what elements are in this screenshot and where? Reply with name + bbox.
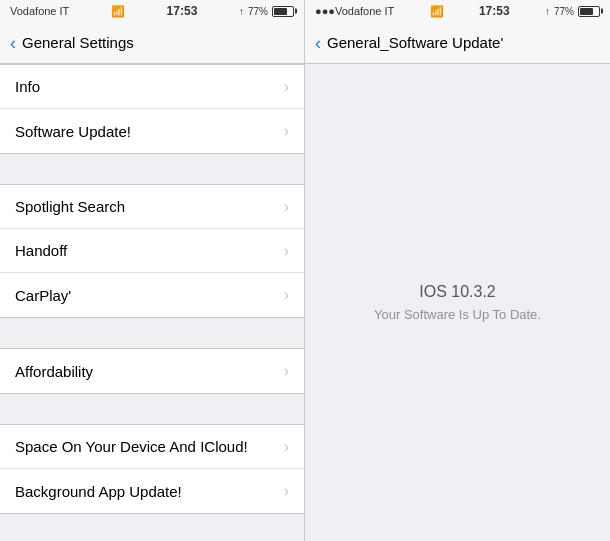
left-chevron-icon: ‹ <box>10 34 16 52</box>
settings-item-software-update[interactable]: Software Update! › <box>0 109 304 153</box>
info-right: › <box>284 78 289 96</box>
left-back-button[interactable]: ‹ General Settings <box>10 34 134 52</box>
settings-item-spotlight[interactable]: Spotlight Search › <box>0 185 304 229</box>
settings-item-affordability[interactable]: Affordability › <box>0 349 304 393</box>
left-status-bar: Vodafone IT 📶 17:53 ↑ 77% <box>0 0 304 22</box>
right-carrier: ●●●Vodafone IT <box>315 5 394 17</box>
settings-item-carplay[interactable]: CarPlay' › <box>0 273 304 317</box>
right-nav-title: General_Software Update' <box>327 34 503 51</box>
right-indicators: ↑ 77% <box>545 6 600 17</box>
right-phone-panel: ●●●Vodafone IT 📶 17:53 ↑ 77% ‹ General_S… <box>305 0 610 541</box>
gap-1 <box>0 154 304 184</box>
carplay-chevron: › <box>284 286 289 304</box>
right-arrow-icon: ↑ <box>545 6 550 17</box>
update-version: IOS 10.3.2 <box>419 283 496 301</box>
space-label: Space On Your Device And ICloud! <box>15 438 248 455</box>
carplay-label: CarPlay' <box>15 287 71 304</box>
left-nav-title: General Settings <box>22 34 134 51</box>
gap-3 <box>0 394 304 424</box>
carplay-right: › <box>284 286 289 304</box>
right-time: 17:53 <box>479 4 510 18</box>
affordability-right: › <box>284 362 289 380</box>
settings-item-handoff[interactable]: Handoff › <box>0 229 304 273</box>
right-back-button[interactable]: ‹ General_Software Update' <box>315 34 503 52</box>
right-chevron-icon: ‹ <box>315 34 321 52</box>
right-battery-icon <box>578 6 600 17</box>
settings-item-space[interactable]: Space On Your Device And ICloud! › <box>0 425 304 469</box>
settings-group-3: Affordability › <box>0 348 304 394</box>
right-nav-bar: ‹ General_Software Update' <box>305 22 610 64</box>
settings-group-4: Space On Your Device And ICloud! › Backg… <box>0 424 304 514</box>
spotlight-label: Spotlight Search <box>15 198 125 215</box>
left-indicators: ↑ 77% <box>239 6 294 17</box>
settings-group-2: Spotlight Search › Handoff › CarPlay' › <box>0 184 304 318</box>
left-nav-bar: ‹ General Settings <box>0 22 304 64</box>
left-carrier: Vodafone IT <box>10 5 69 17</box>
left-phone-panel: Vodafone IT 📶 17:53 ↑ 77% ‹ General Sett… <box>0 0 305 541</box>
spotlight-chevron: › <box>284 198 289 216</box>
affordability-chevron: › <box>284 362 289 380</box>
settings-item-background-app[interactable]: Background App Update! › <box>0 469 304 513</box>
space-right: › <box>284 438 289 456</box>
handoff-label: Handoff <box>15 242 67 259</box>
software-update-chevron: › <box>284 122 289 140</box>
spotlight-right: › <box>284 198 289 216</box>
software-update-right: › <box>284 122 289 140</box>
left-arrow-icon: ↑ <box>239 6 244 17</box>
handoff-right: › <box>284 242 289 260</box>
left-wifi-icon: 📶 <box>111 5 125 18</box>
left-battery-percent: 77% <box>248 6 268 17</box>
info-chevron: › <box>284 78 289 96</box>
background-app-chevron: › <box>284 482 289 500</box>
background-app-label: Background App Update! <box>15 483 182 500</box>
left-time: 17:53 <box>167 4 198 18</box>
right-battery-percent: 77% <box>554 6 574 17</box>
gap-4 <box>0 514 304 541</box>
left-settings-content: Info › Software Update! › Spotlight Sear… <box>0 64 304 541</box>
left-battery-fill <box>274 8 288 15</box>
software-update-label: Software Update! <box>15 123 131 140</box>
right-wifi-icon: 📶 <box>430 5 444 18</box>
info-label: Info <box>15 78 40 95</box>
right-status-bar: ●●●Vodafone IT 📶 17:53 ↑ 77% <box>305 0 610 22</box>
background-app-right: › <box>284 482 289 500</box>
settings-group-1: Info › Software Update! › <box>0 64 304 154</box>
update-status: Your Software Is Up To Date. <box>374 307 541 322</box>
space-chevron: › <box>284 438 289 456</box>
right-battery-fill <box>580 8 594 15</box>
update-content: IOS 10.3.2 Your Software Is Up To Date. <box>305 64 610 541</box>
affordability-label: Affordability <box>15 363 93 380</box>
gap-2 <box>0 318 304 348</box>
handoff-chevron: › <box>284 242 289 260</box>
left-battery-icon <box>272 6 294 17</box>
settings-item-info[interactable]: Info › <box>0 65 304 109</box>
